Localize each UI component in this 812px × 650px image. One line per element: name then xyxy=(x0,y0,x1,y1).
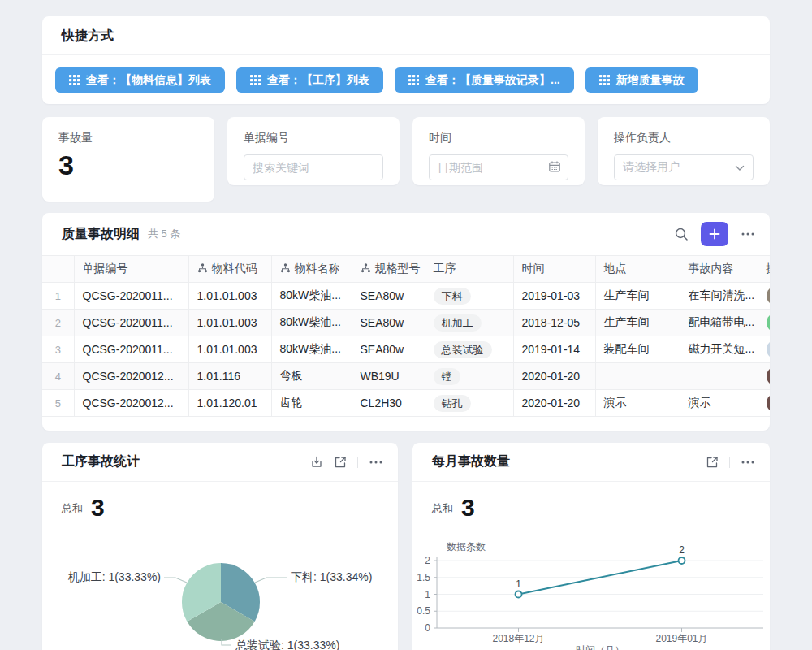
cell-operator xyxy=(758,390,770,417)
cell-process: 总装试验 xyxy=(425,336,513,363)
shortcut-button-1[interactable]: 查看：【工序】列表 xyxy=(236,67,383,93)
user-select-placeholder: 请选择用户 xyxy=(623,160,680,175)
search-icon[interactable] xyxy=(674,227,689,241)
col-header-1[interactable]: 物料代码 xyxy=(188,256,271,283)
shortcut-button-0[interactable]: 查看：【物料信息】列表 xyxy=(55,67,225,93)
cell-date: 2019-01-14 xyxy=(513,336,595,363)
cell-material-name: 齿轮 xyxy=(271,390,352,417)
cell-material-code: 1.01.01.003 xyxy=(188,283,271,310)
cell-content: 演示 xyxy=(680,390,758,417)
pie-label-line xyxy=(255,578,287,583)
table-row[interactable]: 2QCSG-2020011...1.01.01.00380kW柴油...SEA8… xyxy=(42,310,770,336)
shortcut-button-2[interactable]: 查看：【质量事故记录】... xyxy=(395,67,574,93)
x-tick-label: 2019年01月 xyxy=(655,633,707,644)
open-external-icon[interactable] xyxy=(334,456,347,469)
shortcut-button-label: 新增质量事故 xyxy=(616,73,685,88)
download-icon[interactable] xyxy=(310,456,323,469)
line-total-value: 3 xyxy=(461,496,475,520)
cell-spec: SEA80w xyxy=(352,283,425,310)
cell-doc-no: QCSG-2020011... xyxy=(74,310,188,336)
more-icon[interactable] xyxy=(369,460,383,465)
operator-filter-card: 操作负责人 请选择用户 xyxy=(598,117,770,185)
y-tick-label: 0 xyxy=(425,622,430,634)
process-stats-card: 工序事故统计 xyxy=(42,443,398,650)
cell-material-code: 1.01.01.003 xyxy=(188,336,271,363)
col-header-4[interactable]: 工序 xyxy=(425,256,513,283)
table-row[interactable]: 4QCSG-2020012...1.01.116弯板WB19U镗2020-01-… xyxy=(42,363,770,390)
cell-spec: SEA80w xyxy=(352,336,425,363)
cell-material-code: 1.01.120.01 xyxy=(188,390,271,417)
cell-operator xyxy=(758,310,770,336)
pie-label: 机加工: 1(33.33%) xyxy=(68,570,161,583)
data-point[interactable] xyxy=(516,592,522,598)
col-header-3[interactable]: 规格型号 xyxy=(352,256,425,283)
user-select[interactable]: 请选择用户 xyxy=(614,154,754,180)
x-tick-label: 2018年12月 xyxy=(492,633,544,644)
cell-doc-no: QCSG-2020011... xyxy=(74,283,188,310)
incident-table: 单据编号物料代码物料名称规格型号工序时间地点事故内容操作负责人1QCSG-202… xyxy=(42,255,770,431)
avatar xyxy=(767,340,771,359)
cell-doc-no: QCSG-2020011... xyxy=(74,336,188,363)
shortcut-button-3[interactable]: 新增质量事故 xyxy=(585,67,698,93)
col-header-7[interactable]: 事故内容 xyxy=(680,256,758,283)
y-axis-title: 数据条数 xyxy=(447,541,486,552)
col-header-2[interactable]: 物料名称 xyxy=(271,256,352,283)
linked-field-icon xyxy=(280,263,291,273)
cell-date: 2019-01-03 xyxy=(513,283,595,310)
cell-operator xyxy=(758,283,770,310)
col-header-6[interactable]: 地点 xyxy=(595,256,680,283)
cell-location xyxy=(595,363,680,390)
cell-date: 2020-01-20 xyxy=(513,363,595,390)
open-external-icon[interactable] xyxy=(706,456,719,469)
operator-filter-label: 操作负责人 xyxy=(598,117,770,145)
cell-location: 生产车间 xyxy=(595,310,680,336)
process-pie-chart[interactable]: 下料: 1(33.34%)总装试验: 1(33.33%)机加工: 1(33.33… xyxy=(42,536,398,650)
cell-process: 下料 xyxy=(425,283,513,310)
avatar xyxy=(767,393,771,413)
cell-doc-no: QCSG-2020012... xyxy=(74,390,188,417)
cell-content: 在车间清洗... xyxy=(680,283,758,310)
calendar-icon[interactable] xyxy=(548,160,561,176)
cell-process: 钻孔 xyxy=(425,390,513,417)
linked-field-icon xyxy=(197,263,208,273)
col-header-5[interactable]: 时间 xyxy=(513,256,595,283)
doc-no-search-input[interactable] xyxy=(244,154,383,180)
cell-spec: WB19U xyxy=(352,363,425,390)
y-tick-label: 0.5 xyxy=(417,605,430,617)
table-row-count: 共 5 条 xyxy=(148,227,180,241)
data-point-label: 2 xyxy=(679,544,685,556)
avatar xyxy=(767,313,771,332)
cell-location: 生产车间 xyxy=(595,283,680,310)
process-tag: 总装试验 xyxy=(434,341,492,358)
cell-date: 2018-12-05 xyxy=(513,310,595,336)
cell-material-code: 1.01.01.003 xyxy=(188,310,271,336)
more-icon[interactable] xyxy=(741,232,755,236)
monthly-line-chart[interactable]: 数据条数00.511.5212018年12月22019年01月时间（月） xyxy=(412,532,770,650)
doc-no-filter-label: 单据编号 xyxy=(227,117,400,145)
table-row[interactable]: 1QCSG-2020011...1.01.01.00380kW柴油...SEA8… xyxy=(42,283,770,310)
row-number: 1 xyxy=(42,283,74,310)
shortcut-buttons: 查看：【物料信息】列表查看：【工序】列表查看：【质量事故记录】...新增质量事故 xyxy=(42,55,770,93)
table-row[interactable]: 3QCSG-2020011...1.01.01.00380kW柴油...SEA8… xyxy=(42,336,770,363)
cell-doc-no: QCSG-2020012... xyxy=(74,363,188,390)
grid-icon xyxy=(599,75,610,85)
time-filter-card: 时间 xyxy=(412,117,585,185)
y-tick-label: 1.5 xyxy=(417,572,430,583)
col-header-8[interactable]: 操作负责人 xyxy=(758,256,770,283)
table-title: 质量事故明细 xyxy=(62,226,140,243)
pie-label-line xyxy=(164,578,187,583)
shortcuts-card: 快捷方式 查看：【物料信息】列表查看：【工序】列表查看：【质量事故记录】...新… xyxy=(42,16,770,104)
table-row[interactable]: 5QCSG-2020012...1.01.120.01齿轮CL2H30钻孔202… xyxy=(42,390,770,417)
cell-spec: CL2H30 xyxy=(352,390,425,417)
cell-spec: SEA80w xyxy=(352,310,425,336)
cell-process: 机加工 xyxy=(425,310,513,336)
divider xyxy=(729,457,730,468)
incident-count-card: 事故量 3 xyxy=(42,117,214,202)
data-point[interactable] xyxy=(679,557,685,564)
add-record-button[interactable] xyxy=(701,222,728,246)
more-icon[interactable] xyxy=(741,460,755,465)
col-header-0[interactable]: 单据编号 xyxy=(74,256,188,283)
chevron-down-icon xyxy=(735,161,745,174)
grid-icon xyxy=(69,75,80,85)
cell-material-name: 80kW柴油... xyxy=(271,283,352,310)
